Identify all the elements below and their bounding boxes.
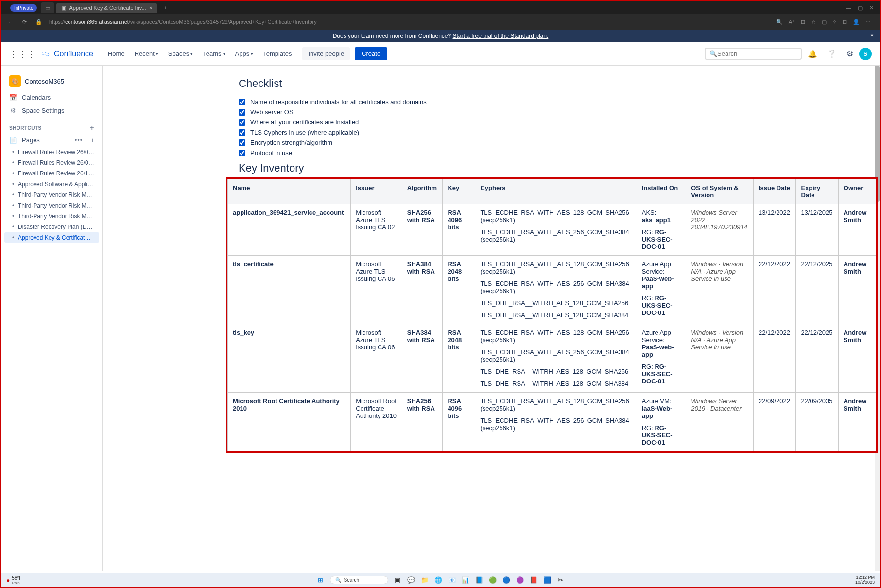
grid-icon[interactable]: ⊞	[801, 19, 805, 25]
banner-close-icon[interactable]: ×	[870, 32, 874, 39]
sidebar-calendars[interactable]: 📅 Calendars	[1, 91, 102, 104]
favorite-icon[interactable]: ☆	[811, 19, 816, 25]
checkbox[interactable]	[239, 129, 245, 136]
add-shortcut-icon[interactable]: +	[90, 124, 94, 132]
checklist-item: Name of responsible individuals for all …	[239, 97, 734, 107]
app-icon[interactable]: ✂	[556, 576, 565, 585]
site-lock-icon[interactable]: 🔒	[34, 19, 44, 25]
search-input[interactable]	[717, 50, 799, 57]
column-header: Expiry Date	[796, 179, 838, 204]
cell-name: tls_certificate	[228, 256, 351, 324]
page-tree-item[interactable]: Third-Party Vendor Risk Managem...	[1, 190, 102, 200]
taskview-icon[interactable]: ▣	[393, 576, 402, 585]
space-name: ContosoM365	[25, 78, 64, 85]
pages-header[interactable]: 📄 Pages ••• +	[1, 134, 102, 147]
page-tree-item[interactable]: Approved Key & Certificate Invent...	[4, 232, 99, 243]
taskbar-weather[interactable]: ● 58°F Rain	[6, 575, 22, 585]
checklist-label: Web server OS	[250, 108, 294, 116]
page-tree-item[interactable]: Third-Party Vendor Risk Managem...	[1, 211, 102, 222]
cell-installed: Azure VM: IaaS-Web-appRG: RG-UKS-SEC-DOC…	[637, 393, 686, 451]
app-switcher-icon[interactable]: ⋮⋮⋮	[9, 49, 35, 59]
read-aloud-icon[interactable]: A⁺	[789, 19, 795, 25]
more-icon[interactable]: ⋯	[865, 19, 871, 25]
window-maximize-icon[interactable]: ▢	[858, 5, 863, 11]
nav-item-label: Teams	[203, 50, 221, 57]
checklist-item: Encryption strength/algorithm	[239, 138, 734, 148]
url-field[interactable]: https://contosom365.atlassian.net/wiki/s…	[49, 19, 771, 25]
start-icon[interactable]: ⊞	[316, 576, 325, 585]
cell-os: Windows Server 2019 · Datacenter	[686, 393, 754, 451]
app-icon[interactable]: 📁	[420, 576, 429, 585]
nav-item-teams[interactable]: Teams▾	[198, 47, 230, 60]
collections-icon[interactable]: ▢	[822, 19, 827, 25]
page-tree-item[interactable]: Approved Software & Applications...	[1, 179, 102, 190]
nav-item-recent[interactable]: Recent▾	[130, 47, 163, 60]
app-icon[interactable]: 📊	[461, 576, 470, 585]
window-close-icon[interactable]: ✕	[869, 5, 874, 11]
browser-tab[interactable]: ▣ Approved Key & Certificate Inv... ×	[56, 3, 157, 13]
confluence-logo[interactable]: Confluence	[40, 49, 93, 59]
app-icon[interactable]: 💬	[407, 576, 415, 585]
zoom-icon[interactable]: 🔍	[776, 19, 783, 25]
nav-item-spaces[interactable]: Spaces▾	[163, 47, 198, 60]
tab-close-icon[interactable]: ×	[149, 5, 152, 11]
page-tree-item[interactable]: Firewall Rules Review 26/03/2023	[1, 157, 102, 168]
app-icon[interactable]: 🟣	[516, 576, 524, 585]
cell-key: RSA 2048 bits	[443, 256, 475, 324]
checkbox[interactable]	[239, 119, 245, 126]
search-box[interactable]: 🔍	[705, 48, 802, 60]
checkbox[interactable]	[239, 150, 245, 156]
sidebar-space-settings[interactable]: ⚙ Space Settings	[1, 104, 102, 117]
checkbox[interactable]	[239, 139, 245, 146]
help-icon[interactable]: ❔	[823, 49, 841, 58]
page-tree-item[interactable]: Third-Party Vendor Risk Managem...	[1, 200, 102, 211]
cell-installed: AKS: aks_app1RG: RG-UKS-SEC-DOC-01	[637, 204, 686, 256]
app-icon[interactable]: 🌐	[434, 576, 443, 585]
settings-gear-icon[interactable]: ⚙	[843, 49, 857, 58]
space-header[interactable]: 🎨 ContosoM365	[1, 71, 102, 91]
extensions-icon[interactable]: ⊡	[843, 19, 847, 25]
cell-issuer: Microsoft Azure TLS Issuing CA 02	[351, 204, 402, 256]
page-tree-item[interactable]: Disaster Recovery Plan (DRP)	[1, 222, 102, 232]
inprivate-badge: InPrivate	[10, 4, 37, 12]
app-icon[interactable]: 🔵	[502, 576, 511, 585]
cell-owner: Andrew Smith	[838, 324, 876, 393]
notifications-icon[interactable]: 🔔	[804, 49, 821, 58]
checkbox[interactable]	[239, 109, 245, 116]
app-icon[interactable]: 📘	[475, 576, 484, 585]
profile-icon[interactable]: 👤	[853, 19, 860, 25]
taskbar-clock[interactable]: 12:12 PM 10/2/2023	[855, 575, 875, 585]
addon-icon[interactable]: ✧	[832, 19, 837, 25]
app-icon[interactable]: 🟦	[543, 576, 552, 585]
page-tree-item[interactable]: Firewall Rules Review 26/09/2023	[1, 147, 102, 157]
browser-refresh-icon[interactable]: ⟳	[20, 19, 29, 25]
cell-key: RSA 4096 bits	[443, 204, 475, 256]
cell-os: Windows · Version N/A · Azure App Servic…	[686, 324, 754, 393]
new-tab-button[interactable]: +	[161, 5, 170, 11]
page-tree-item[interactable]: Firewall Rules Review 26/10/2022	[1, 168, 102, 179]
window-minimize-icon[interactable]: —	[846, 5, 851, 11]
taskbar-search[interactable]: 🔍Search	[330, 576, 388, 584]
app-icon[interactable]: 📕	[529, 576, 538, 585]
invite-people-button[interactable]: Invite people	[302, 47, 350, 60]
tab-overview-icon[interactable]: ▭	[41, 2, 54, 13]
create-button[interactable]: Create	[355, 47, 387, 60]
weather-temp: 58°F	[12, 575, 22, 581]
cell-installed: Azure App Service: PaaS-web-appRG: RG-UK…	[637, 324, 686, 393]
app-icon[interactable]: 🟢	[488, 576, 497, 585]
add-page-icon[interactable]: +	[90, 137, 94, 144]
cell-issue-date: 13/12/2022	[754, 204, 796, 256]
app-icon[interactable]: 📧	[448, 576, 456, 585]
browser-back-icon[interactable]: ←	[6, 19, 16, 25]
gear-icon: ⚙	[9, 107, 17, 114]
cell-cyphers: TLS_ECDHE_RSA_WITH_AES_128_GCM_SHA256 (s…	[475, 256, 637, 324]
avatar[interactable]: S	[859, 48, 872, 60]
pages-more-icon[interactable]: •••	[75, 137, 83, 144]
nav-item-apps[interactable]: Apps▾	[230, 47, 259, 60]
nav-item-home[interactable]: Home	[103, 47, 130, 60]
nav-item-label: Recent	[135, 50, 155, 57]
banner-link[interactable]: Start a free trial of the Standard plan.	[453, 33, 549, 39]
cell-installed: Azure App Service: PaaS-web-appRG: RG-UK…	[637, 256, 686, 324]
nav-item-templates[interactable]: Templates	[258, 47, 296, 60]
checkbox[interactable]	[239, 99, 245, 105]
